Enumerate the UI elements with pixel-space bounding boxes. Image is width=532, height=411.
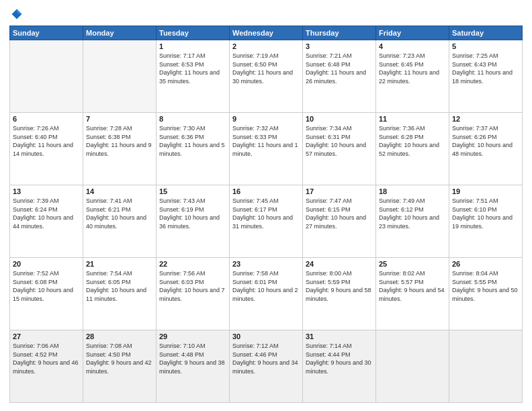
day-number: 31	[306, 332, 373, 340]
cell-sun-info: Sunrise: 7:08 AMSunset: 4:50 PMDaylight:…	[86, 342, 153, 375]
calendar-cell	[83, 40, 157, 113]
cell-sun-info: Sunrise: 7:25 AMSunset: 6:43 PMDaylight:…	[452, 52, 519, 85]
calendar-cell: 6Sunrise: 7:26 AMSunset: 6:40 PMDaylight…	[10, 113, 83, 185]
calendar-cell: 11Sunrise: 7:36 AMSunset: 6:28 PMDayligh…	[376, 113, 449, 185]
day-header-thursday: Thursday	[303, 26, 376, 40]
calendar-cell: 8Sunrise: 7:30 AMSunset: 6:36 PMDaylight…	[157, 113, 230, 185]
cell-sun-info: Sunrise: 7:26 AMSunset: 6:40 PMDaylight:…	[13, 124, 80, 158]
day-header-saturday: Saturday	[449, 26, 523, 40]
logo-icon	[11, 8, 23, 20]
day-number: 27	[13, 332, 80, 340]
day-number: 20	[13, 260, 80, 268]
calendar-cell	[376, 330, 449, 403]
cell-sun-info: Sunrise: 7:17 AMSunset: 6:53 PMDaylight:…	[159, 52, 226, 85]
cell-sun-info: Sunrise: 7:23 AMSunset: 6:45 PMDaylight:…	[379, 52, 446, 85]
calendar-cell: 5Sunrise: 7:25 AMSunset: 6:43 PMDaylight…	[449, 40, 523, 113]
day-number: 17	[306, 187, 373, 195]
day-number: 30	[232, 332, 300, 340]
day-number: 13	[13, 187, 80, 195]
calendar-cell: 9Sunrise: 7:32 AMSunset: 6:33 PMDaylight…	[230, 113, 303, 185]
cell-sun-info: Sunrise: 7:12 AMSunset: 4:46 PMDaylight:…	[232, 342, 300, 375]
calendar-week-row: 6Sunrise: 7:26 AMSunset: 6:40 PMDaylight…	[10, 113, 523, 185]
calendar-week-row: 27Sunrise: 7:06 AMSunset: 4:52 PMDayligh…	[10, 330, 523, 403]
calendar-cell: 23Sunrise: 7:58 AMSunset: 6:01 PMDayligh…	[230, 258, 303, 330]
calendar-cell: 24Sunrise: 8:00 AMSunset: 5:59 PMDayligh…	[303, 258, 376, 330]
page: SundayMondayTuesdayWednesdayThursdayFrid…	[0, 0, 532, 411]
calendar-cell: 17Sunrise: 7:47 AMSunset: 6:15 PMDayligh…	[303, 185, 376, 258]
calendar-cell: 16Sunrise: 7:45 AMSunset: 6:17 PMDayligh…	[230, 185, 303, 258]
cell-sun-info: Sunrise: 7:58 AMSunset: 6:01 PMDaylight:…	[232, 269, 300, 303]
calendar-cell: 15Sunrise: 7:43 AMSunset: 6:19 PMDayligh…	[157, 185, 230, 258]
day-number: 15	[159, 187, 226, 195]
calendar-week-row: 13Sunrise: 7:39 AMSunset: 6:24 PMDayligh…	[10, 185, 523, 258]
calendar-table: SundayMondayTuesdayWednesdayThursdayFrid…	[9, 26, 523, 403]
day-number: 11	[379, 115, 446, 123]
day-number: 8	[159, 115, 226, 123]
cell-sun-info: Sunrise: 7:52 AMSunset: 6:08 PMDaylight:…	[13, 269, 80, 303]
day-number: 12	[452, 115, 519, 123]
day-number: 14	[86, 187, 153, 195]
day-number: 28	[86, 332, 153, 340]
cell-sun-info: Sunrise: 8:02 AMSunset: 5:57 PMDaylight:…	[379, 269, 446, 303]
cell-sun-info: Sunrise: 8:00 AMSunset: 5:59 PMDaylight:…	[306, 269, 373, 303]
day-number: 16	[232, 187, 300, 195]
calendar-week-row: 1Sunrise: 7:17 AMSunset: 6:53 PMDaylight…	[10, 40, 523, 113]
day-header-friday: Friday	[376, 26, 449, 40]
day-number: 1	[159, 42, 226, 50]
cell-sun-info: Sunrise: 7:19 AMSunset: 6:50 PMDaylight:…	[232, 52, 300, 85]
calendar-cell: 25Sunrise: 8:02 AMSunset: 5:57 PMDayligh…	[376, 258, 449, 330]
cell-sun-info: Sunrise: 7:51 AMSunset: 6:10 PMDaylight:…	[452, 197, 519, 230]
calendar-cell: 1Sunrise: 7:17 AMSunset: 6:53 PMDaylight…	[157, 40, 230, 113]
cell-sun-info: Sunrise: 7:28 AMSunset: 6:38 PMDaylight:…	[86, 124, 153, 158]
header	[9, 8, 523, 20]
cell-sun-info: Sunrise: 7:14 AMSunset: 4:44 PMDaylight:…	[306, 342, 373, 375]
cell-sun-info: Sunrise: 7:21 AMSunset: 6:48 PMDaylight:…	[306, 52, 373, 85]
calendar-cell: 13Sunrise: 7:39 AMSunset: 6:24 PMDayligh…	[10, 185, 83, 258]
day-number: 5	[452, 42, 519, 50]
logo	[9, 8, 23, 20]
day-header-sunday: Sunday	[10, 26, 83, 40]
day-number: 4	[379, 42, 446, 50]
calendar-cell: 22Sunrise: 7:56 AMSunset: 6:03 PMDayligh…	[157, 258, 230, 330]
calendar-cell: 19Sunrise: 7:51 AMSunset: 6:10 PMDayligh…	[449, 185, 523, 258]
day-number: 21	[86, 260, 153, 268]
cell-sun-info: Sunrise: 7:45 AMSunset: 6:17 PMDaylight:…	[232, 197, 300, 230]
cell-sun-info: Sunrise: 7:30 AMSunset: 6:36 PMDaylight:…	[159, 124, 226, 158]
calendar-header-row: SundayMondayTuesdayWednesdayThursdayFrid…	[10, 26, 523, 40]
day-number: 25	[379, 260, 446, 268]
day-number: 26	[452, 260, 519, 268]
cell-sun-info: Sunrise: 7:39 AMSunset: 6:24 PMDaylight:…	[13, 197, 80, 230]
calendar-cell	[10, 40, 83, 113]
day-number: 10	[306, 115, 373, 123]
calendar-cell: 3Sunrise: 7:21 AMSunset: 6:48 PMDaylight…	[303, 40, 376, 113]
calendar-cell: 10Sunrise: 7:34 AMSunset: 6:31 PMDayligh…	[303, 113, 376, 185]
calendar-cell: 14Sunrise: 7:41 AMSunset: 6:21 PMDayligh…	[83, 185, 157, 258]
calendar-cell: 31Sunrise: 7:14 AMSunset: 4:44 PMDayligh…	[303, 330, 376, 403]
calendar-cell: 21Sunrise: 7:54 AMSunset: 6:05 PMDayligh…	[83, 258, 157, 330]
calendar-week-row: 20Sunrise: 7:52 AMSunset: 6:08 PMDayligh…	[10, 258, 523, 330]
day-header-monday: Monday	[83, 26, 157, 40]
day-number: 6	[13, 115, 80, 123]
cell-sun-info: Sunrise: 7:49 AMSunset: 6:12 PMDaylight:…	[379, 197, 446, 230]
day-header-wednesday: Wednesday	[230, 26, 303, 40]
day-number: 22	[159, 260, 226, 268]
cell-sun-info: Sunrise: 7:34 AMSunset: 6:31 PMDaylight:…	[306, 124, 373, 158]
cell-sun-info: Sunrise: 7:10 AMSunset: 4:48 PMDaylight:…	[159, 342, 226, 375]
calendar-cell: 18Sunrise: 7:49 AMSunset: 6:12 PMDayligh…	[376, 185, 449, 258]
day-number: 2	[232, 42, 300, 50]
cell-sun-info: Sunrise: 7:47 AMSunset: 6:15 PMDaylight:…	[306, 197, 373, 230]
cell-sun-info: Sunrise: 8:04 AMSunset: 5:55 PMDaylight:…	[452, 269, 519, 303]
day-number: 24	[306, 260, 373, 268]
day-header-tuesday: Tuesday	[157, 26, 230, 40]
calendar-cell: 2Sunrise: 7:19 AMSunset: 6:50 PMDaylight…	[230, 40, 303, 113]
calendar-cell	[449, 330, 523, 403]
day-number: 9	[232, 115, 300, 123]
cell-sun-info: Sunrise: 7:54 AMSunset: 6:05 PMDaylight:…	[86, 269, 153, 303]
calendar-cell: 4Sunrise: 7:23 AMSunset: 6:45 PMDaylight…	[376, 40, 449, 113]
day-number: 19	[452, 187, 519, 195]
day-number: 18	[379, 187, 446, 195]
day-number: 29	[159, 332, 226, 340]
calendar-cell: 26Sunrise: 8:04 AMSunset: 5:55 PMDayligh…	[449, 258, 523, 330]
cell-sun-info: Sunrise: 7:56 AMSunset: 6:03 PMDaylight:…	[159, 269, 226, 303]
calendar-cell: 12Sunrise: 7:37 AMSunset: 6:26 PMDayligh…	[449, 113, 523, 185]
